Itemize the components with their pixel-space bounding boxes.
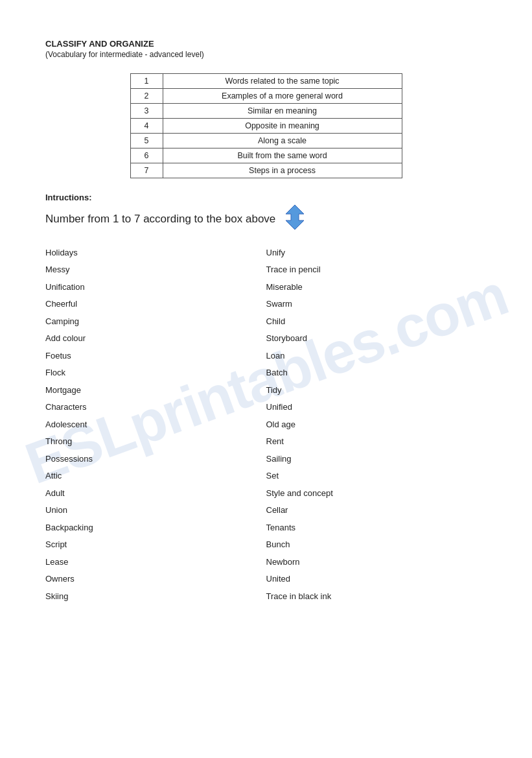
table-row: 5Along a scale [130, 134, 402, 148]
instructions-text-content: Number from 1 to 7 according to the box … [45, 213, 275, 226]
word-item-right: Storyboard [266, 331, 487, 347]
word-item-left: Holidays [45, 244, 266, 261]
table-cell-num: 5 [130, 134, 163, 148]
words-section: HolidaysMessyUnificationCheerfulCampingA… [45, 244, 487, 604]
word-item-right: Tenants [266, 519, 487, 536]
words-right-column: UnifyTrace in pencilMiserableSwarmChildS… [266, 244, 487, 604]
word-item-left: Messy [45, 262, 266, 278]
table-cell-num: 4 [130, 119, 163, 134]
word-item-right: Trace in pencil [266, 262, 487, 278]
word-item-left: Skiing [45, 588, 266, 604]
page-subtitle: (Vocabulary for intermediate - advanced … [45, 50, 487, 59]
table-cell-desc: Built from the same word [163, 148, 402, 163]
word-item-left: Adult [45, 485, 266, 501]
table-cell-num: 3 [130, 104, 163, 119]
word-item-left: Throng [45, 434, 266, 450]
word-item-left: Unification [45, 279, 266, 295]
word-item-right: Unify [266, 244, 487, 261]
word-item-left: Camping [45, 313, 266, 329]
word-item-left: Add colour [45, 331, 266, 347]
svg-marker-0 [286, 205, 304, 230]
word-item-right: Trace in black ink [266, 588, 487, 604]
page-title: CLASSIFY AND ORGANIZE [45, 39, 487, 49]
instructions-text: Number from 1 to 7 according to the box … [45, 205, 487, 233]
table-cell-desc: Words related to the same topic [163, 74, 402, 89]
table-cell-desc: Steps in a process [163, 163, 402, 178]
word-item-left: Owners [45, 571, 266, 587]
word-item-right: Old age [266, 416, 487, 432]
word-item-right: Unified [266, 399, 487, 416]
arrow-icon [286, 205, 304, 233]
table-cell-desc: Similar en meaning [163, 104, 402, 119]
table-row: 1Words related to the same topic [130, 74, 402, 89]
word-item-right: Batch [266, 365, 487, 381]
table-cell-desc: Examples of a more general word [163, 89, 402, 104]
word-item-left: Mortgage [45, 382, 266, 398]
word-item-right: United [266, 571, 487, 587]
table-row: 7Steps in a process [130, 163, 402, 178]
table-cell-desc: Along a scale [163, 134, 402, 148]
word-item-left: Backpacking [45, 519, 266, 536]
word-item-left: Cheerful [45, 296, 266, 313]
word-item-right: Sailing [266, 451, 487, 467]
word-item-right: Style and concept [266, 485, 487, 501]
word-item-left: Possessions [45, 451, 266, 467]
table-cell-num: 6 [130, 148, 163, 163]
word-item-right: Loan [266, 348, 487, 364]
word-item-left: Foetus [45, 348, 266, 364]
word-item-left: Adolescent [45, 416, 266, 432]
table-cell-num: 2 [130, 89, 163, 104]
word-item-right: Set [266, 468, 487, 484]
table-cell-num: 1 [130, 74, 163, 89]
word-item-left: Union [45, 503, 266, 519]
word-item-right: Child [266, 313, 487, 329]
word-item-left: Lease [45, 554, 266, 570]
table-row: 4Opposite in meaning [130, 119, 402, 134]
table-row: 3Similar en meaning [130, 104, 402, 119]
word-item-right: Newborn [266, 554, 487, 570]
word-item-right: Miserable [266, 279, 487, 295]
classify-table: 1Words related to the same topic2Example… [130, 73, 402, 178]
word-item-left: Script [45, 537, 266, 553]
word-item-left: Flock [45, 365, 266, 381]
word-item-right: Bunch [266, 537, 487, 553]
word-item-left: Characters [45, 399, 266, 416]
words-left-column: HolidaysMessyUnificationCheerfulCampingA… [45, 244, 266, 604]
word-item-left: Attic [45, 468, 266, 484]
table-cell-desc: Opposite in meaning [163, 119, 402, 134]
table-cell-num: 7 [130, 163, 163, 178]
word-item-right: Rent [266, 434, 487, 450]
table-row: 2Examples of a more general word [130, 89, 402, 104]
word-item-right: Tidy [266, 382, 487, 398]
word-item-right: Swarm [266, 296, 487, 313]
instructions-label: Intructions: [45, 193, 487, 202]
table-row: 6Built from the same word [130, 148, 402, 163]
word-item-right: Cellar [266, 503, 487, 519]
